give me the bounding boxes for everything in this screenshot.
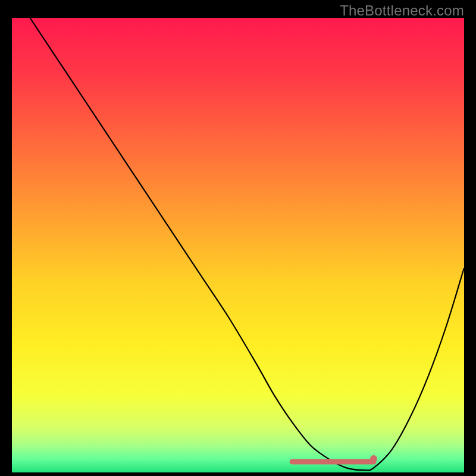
chart-frame <box>12 18 464 472</box>
watermark-text: TheBottleneck.com <box>340 2 464 19</box>
bottleneck-chart <box>12 18 464 472</box>
chart-background <box>12 18 464 472</box>
optimal-point-dot <box>370 455 377 462</box>
